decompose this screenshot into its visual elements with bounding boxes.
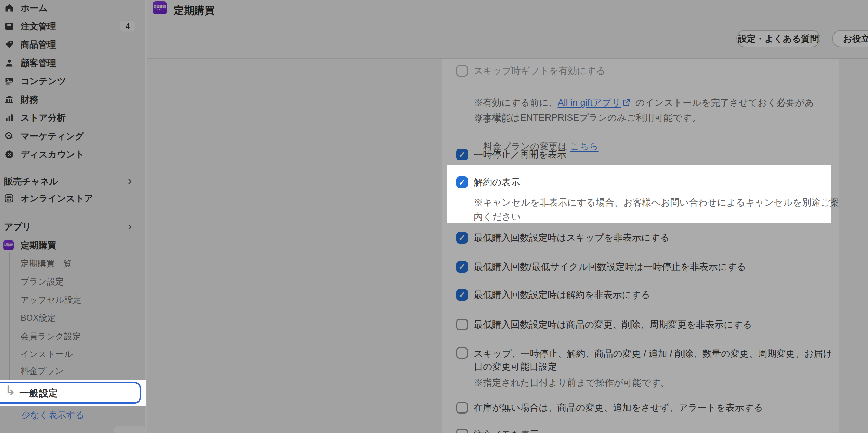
checkbox-row-cancel-display: ✓ 解約の表示 [456, 176, 520, 188]
chevron-right-icon: › [128, 174, 132, 187]
subscription-app-icon: 定期購買 ··· [3, 240, 14, 250]
checkbox-unchecked[interactable] [456, 402, 468, 414]
checkbox-row-editable-date-setting: スキップ、一時停止、解約、商品の変更 / 追加 / 削除、数量の変更、周期変更、… [456, 347, 832, 373]
sidebar-section-apps[interactable]: アプリ › [0, 218, 146, 236]
sidebar-subitem-install[interactable]: インストール [0, 345, 146, 363]
sidebar-item-app-teikikobai[interactable]: 定期購買 ··· 定期購買 [0, 236, 146, 254]
checkbox-row-min-count-hide-skip: ✓ 最低購入回数設定時はスキップを非表示にする [456, 232, 670, 244]
checkbox-unchecked[interactable] [456, 347, 468, 359]
discount-icon [4, 150, 14, 159]
person-icon [4, 58, 14, 68]
sidebar-item-finance[interactable]: 財務 [0, 90, 146, 109]
orders-icon [4, 22, 14, 31]
checkbox-unchecked[interactable] [456, 429, 468, 433]
sidebar-active-item-highlight: ↳ 一般設定 [0, 380, 146, 406]
orders-count-badge: 4 [120, 21, 135, 32]
sidebar-item-discounts[interactable]: ディスカウント [0, 145, 146, 163]
sidebar-item-content[interactable]: コンテンツ [0, 72, 146, 90]
bar-chart-icon [4, 113, 14, 122]
storefront-icon [4, 194, 14, 203]
checkbox-row-min-cycle-hide-pause: ✓ 最低購入回数/最低サイクル回数設定時は一時停止を非表示にする [456, 261, 746, 273]
sidebar-section-sales-channels[interactable]: 販売チャネル › [0, 172, 146, 191]
editable-date-note: ※指定された日付より前まで操作が可能です。 [474, 376, 853, 390]
tag-icon [4, 40, 14, 49]
show-less-link[interactable]: 少なく表示する [21, 409, 84, 421]
sidebar-item-orders[interactable]: 注文管理 4 [0, 17, 146, 36]
checkbox-unchecked[interactable] [456, 319, 468, 330]
sidebar-subitem-subscription-list[interactable]: 定期購買一覧 [0, 254, 146, 273]
sidebar-item-customers[interactable]: 顧客管理 [0, 54, 146, 72]
all-in-gift-app-link[interactable]: All in giftアプリ [558, 97, 621, 108]
checkbox-row-min-count-hide-product-change: 最低購入回数設定時は商品の変更、削除、周期変更を非表示にする [456, 319, 752, 330]
checkbox-disabled-unchecked[interactable] [456, 65, 468, 77]
sidebar-item-online-store[interactable]: オンラインストア [0, 189, 146, 208]
checkbox-checked[interactable]: ✓ [456, 261, 468, 273]
plan-change-link[interactable]: こちら [570, 141, 599, 152]
home-icon [4, 3, 14, 13]
cancel-display-note: ※キャンセルを非表示にする場合、お客様へお問い合わせによるキャンセルを別途ご案 … [474, 195, 853, 224]
page-title: 定期購買 [174, 4, 215, 18]
sidebar-scrollbar[interactable] [145, 0, 147, 433]
sidebar: ホーム 注文管理 4 商品管理 顧客管理 コンテンツ 財務 [0, 0, 146, 433]
sidebar-item-analytics[interactable]: ストア分析 [0, 108, 146, 127]
sidebar-item-products[interactable]: 商品管理 [0, 35, 146, 54]
enterprise-note: ※本機能はENTERPRISEプランのみご利用可能です。 [474, 110, 853, 125]
sidebar-subitem-upsell-settings[interactable]: アップセル設定 [0, 291, 146, 309]
sidebar-subitem-general-settings[interactable]: 一般設定 [19, 387, 58, 400]
corner-arrow-icon: ↳ [5, 383, 16, 398]
checkbox-row-no-stock-alert: 在庫が無い場合は、商品の変更、追加をさせず、アラートを表示する [456, 402, 763, 414]
header-divider [146, 19, 868, 19]
sidebar-item-marketing[interactable]: マーケティング [0, 127, 146, 145]
image-icon [4, 77, 14, 86]
sidebar-bottom-partial-element [114, 426, 145, 433]
external-link-icon [622, 96, 631, 111]
sidebar-subitem-member-rank[interactable]: 会員ランク設定 [0, 327, 146, 345]
sidebar-subitem-pricing-plan[interactable]: 料金プラン [0, 362, 146, 380]
help-button[interactable]: お役立ち [832, 30, 868, 47]
bank-icon [4, 95, 14, 104]
target-cursor-icon [4, 132, 14, 141]
checkbox-checked[interactable]: ✓ [456, 176, 468, 188]
checkbox-checked[interactable]: ✓ [456, 149, 468, 160]
sidebar-item-home[interactable]: ホーム [0, 0, 146, 17]
checkbox-checked[interactable]: ✓ [456, 289, 468, 301]
checkbox-row-min-count-hide-cancel: ✓ 最低購入回数設定時は解約を非表示にする [456, 289, 650, 301]
checkbox-checked[interactable]: ✓ [456, 232, 468, 244]
app-header-icon: 定期購買 ··· [153, 1, 167, 14]
sidebar-subitem-plan-settings[interactable]: プラン設定 [0, 273, 146, 291]
settings-faq-button[interactable]: 設定・よくある質問 [736, 30, 820, 47]
checkbox-row-skip-gift: スキップ時ギフトを有効にする [456, 65, 605, 77]
sidebar-subitem-box-settings[interactable]: BOX設定 [0, 309, 146, 327]
checkbox-row-order-memo: 注文メモを表示 [456, 429, 539, 433]
checkbox-row-pause-resume: ✓ 一時停止／再開を表示 [456, 149, 566, 160]
chevron-right-icon: › [128, 219, 132, 233]
